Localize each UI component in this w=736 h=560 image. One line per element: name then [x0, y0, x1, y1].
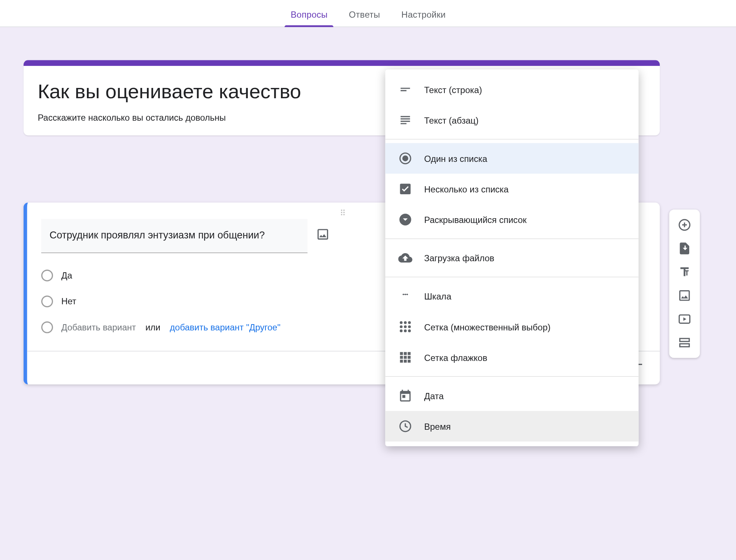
type-multiple-choice[interactable]: Один из списка [385, 143, 638, 174]
question-type-menu: Текст (строка) Текст (абзац) Один из спи… [385, 70, 638, 446]
clock-icon [398, 419, 412, 433]
svg-point-11 [400, 325, 403, 328]
svg-point-13 [408, 325, 411, 328]
type-checkboxes[interactable]: Несколько из списка [385, 174, 638, 204]
menu-label: Текст (строка) [424, 85, 482, 95]
svg-rect-20 [400, 356, 403, 359]
add-video-button[interactable] [674, 308, 695, 330]
menu-label: Несколько из списка [424, 184, 508, 194]
svg-point-10 [408, 321, 411, 324]
menu-label: Сетка (множественный выбор) [424, 322, 550, 332]
svg-point-8 [400, 321, 403, 324]
menu-label: Загрузка файлов [424, 253, 494, 263]
svg-rect-18 [404, 352, 407, 355]
type-date[interactable]: Дата [385, 380, 638, 411]
svg-point-15 [404, 329, 407, 332]
type-linear-scale[interactable]: Шкала [385, 281, 638, 311]
menu-label: Дата [424, 391, 444, 401]
svg-point-9 [404, 321, 407, 324]
svg-rect-23 [400, 360, 403, 363]
question-text-input[interactable]: Сотрудник проявлял энтузиазм при общении… [41, 219, 307, 253]
add-title-button[interactable] [674, 261, 695, 283]
add-section-button[interactable] [674, 332, 695, 353]
import-questions-button[interactable] [674, 238, 695, 259]
svg-rect-7 [403, 294, 407, 294]
add-image-button[interactable] [674, 285, 695, 306]
svg-point-12 [404, 325, 407, 328]
svg-rect-25 [408, 360, 411, 363]
radio-icon [41, 295, 53, 307]
svg-point-16 [408, 329, 411, 332]
short-text-icon [398, 82, 412, 96]
tab-questions[interactable]: Вопросы [280, 10, 338, 26]
svg-rect-29 [680, 339, 689, 341]
calendar-icon [398, 389, 412, 403]
tab-settings[interactable]: Настройки [391, 10, 456, 26]
cloud-upload-icon [398, 251, 412, 265]
type-file-upload[interactable]: Загрузка файлов [385, 242, 638, 273]
radio-icon [41, 269, 53, 281]
type-cb-grid[interactable]: Сетка флажков [385, 342, 638, 373]
dropdown-icon [398, 213, 412, 227]
square-grid-icon [398, 350, 412, 364]
svg-rect-30 [680, 344, 689, 347]
type-paragraph[interactable]: Текст (абзац) [385, 105, 638, 135]
menu-label: Сетка флажков [424, 352, 487, 362]
add-image-button[interactable] [316, 227, 330, 241]
side-toolbar [669, 210, 700, 358]
type-time[interactable]: Время [385, 411, 638, 442]
dot-grid-icon [398, 320, 412, 334]
option-label[interactable]: Нет [61, 296, 76, 306]
type-dropdown[interactable]: Раскрывающийся список [385, 204, 638, 235]
linear-scale-icon [398, 289, 412, 303]
svg-point-14 [400, 329, 403, 332]
add-option-button[interactable]: Добавить вариант [61, 322, 136, 332]
svg-point-1 [402, 155, 408, 161]
menu-label: Один из списка [424, 153, 487, 163]
menu-label: Шкала [424, 291, 451, 301]
type-mc-grid[interactable]: Сетка (множественный выбор) [385, 311, 638, 342]
top-tabs: Вопросы Ответы Настройки [0, 0, 736, 27]
svg-rect-22 [408, 356, 411, 359]
svg-rect-24 [404, 360, 407, 363]
svg-rect-21 [404, 356, 407, 359]
checkbox-icon [398, 182, 412, 196]
radio-icon [41, 321, 53, 333]
add-or-label: или [145, 322, 161, 332]
type-short-answer[interactable]: Текст (строка) [385, 74, 638, 105]
paragraph-icon [398, 113, 412, 127]
menu-label: Время [424, 421, 451, 431]
add-question-button[interactable] [674, 214, 695, 235]
svg-rect-19 [408, 352, 411, 355]
radio-checked-icon [398, 151, 412, 165]
tab-responses[interactable]: Ответы [338, 10, 391, 26]
svg-rect-17 [400, 352, 403, 355]
add-other-button[interactable]: добавить вариант "Другое" [170, 322, 280, 332]
menu-label: Раскрывающийся список [424, 215, 527, 224]
option-label[interactable]: Да [61, 270, 72, 280]
menu-label: Текст (абзац) [424, 115, 479, 125]
